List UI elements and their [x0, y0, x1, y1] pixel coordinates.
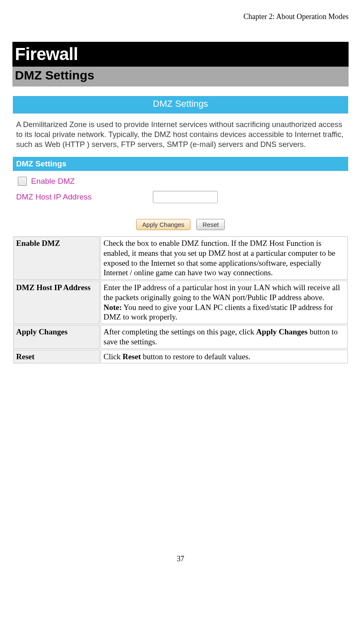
- desc-cell: Check the box to enable DMZ function. If…: [101, 236, 348, 280]
- page-number: 37: [12, 555, 349, 563]
- desc-cell: Click Reset button to restore to default…: [101, 350, 348, 364]
- table-row: DMZ Host IP Address Enter the IP address…: [13, 281, 348, 324]
- section-subtitle-dmz: DMZ Settings: [12, 67, 349, 87]
- settings-bar: DMZ Settings: [13, 157, 348, 171]
- description-table: Enable DMZ Check the box to enable DMZ f…: [12, 235, 349, 364]
- settings-form: Enable DMZ DMZ Host IP Address: [13, 171, 348, 210]
- enable-dmz-label: Enable DMZ: [31, 177, 75, 186]
- desc-cell: After completing the settings on this pa…: [101, 325, 348, 349]
- table-row: Enable DMZ Check the box to enable DMZ f…: [13, 236, 348, 280]
- table-row: Apply Changes After completing the setti…: [13, 325, 348, 349]
- term-cell: DMZ Host IP Address: [13, 281, 100, 324]
- term-cell: Apply Changes: [13, 325, 100, 349]
- apply-changes-button[interactable]: Apply Changes: [136, 219, 191, 230]
- desc-cell: Enter the IP address of a particular hos…: [101, 281, 348, 324]
- host-ip-input[interactable]: [153, 191, 218, 203]
- term-cell: Reset: [13, 350, 100, 364]
- panel-description: A Demilitarized Zone is used to provide …: [13, 114, 348, 157]
- section-title-firewall: Firewall: [12, 42, 349, 67]
- term-cell: Enable DMZ: [13, 236, 100, 280]
- host-ip-label: DMZ Host IP Address: [16, 192, 153, 202]
- panel-header: DMZ Settings: [13, 96, 348, 114]
- ui-screenshot: DMZ Settings A Demilitarized Zone is use…: [12, 96, 349, 234]
- enable-dmz-checkbox[interactable]: [18, 177, 27, 186]
- table-row: Reset Click Reset button to restore to d…: [13, 350, 348, 364]
- reset-button[interactable]: Reset: [196, 219, 225, 230]
- chapter-header: Chapter 2: About Operation Modes: [12, 12, 349, 21]
